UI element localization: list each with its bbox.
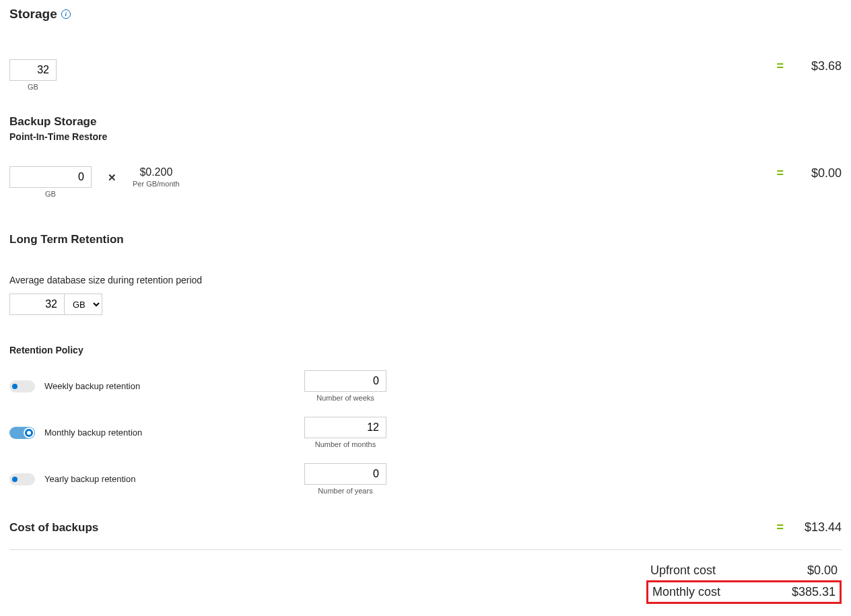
upfront-cost-value: $0.00 [807, 563, 838, 578]
multiply-icon: ✕ [108, 172, 116, 184]
avg-db-size-unit-select[interactable]: GB [65, 294, 102, 315]
weekly-caption: Number of weeks [304, 394, 386, 402]
monthly-cost-row: Monthly cost $385.31 [646, 580, 842, 604]
monthly-cost-label: Monthly cost [652, 585, 720, 599]
cost-of-backups-label: Cost of backups [9, 521, 98, 535]
yearly-input[interactable] [304, 463, 386, 485]
storage-title: Storage [9, 7, 57, 22]
storage-unit: GB [9, 83, 57, 91]
backup-price: $0.00 [801, 166, 842, 180]
upfront-cost-label: Upfront cost [650, 563, 716, 578]
monthly-toggle[interactable] [9, 427, 35, 439]
avg-db-size-label: Average database size during retention p… [9, 275, 842, 285]
backup-rate-sub: Per GB/month [133, 180, 180, 188]
backup-rate: $0.200 [133, 166, 180, 178]
pitr-title: Point-In-Time Restore [9, 131, 842, 142]
info-icon[interactable]: i [61, 9, 71, 19]
yearly-label: Yearly backup retention [44, 474, 135, 484]
ltr-title: Long Term Retention [9, 233, 842, 246]
yearly-caption: Number of years [304, 487, 386, 495]
storage-price: $3.68 [801, 59, 842, 73]
equals-icon: = [776, 520, 782, 535]
upfront-cost-row: Upfront cost $0.00 [646, 561, 842, 580]
monthly-cost-value: $385.31 [792, 585, 836, 599]
equals-icon: = [776, 59, 782, 73]
divider [9, 549, 842, 550]
storage-input[interactable] [9, 59, 57, 81]
backup-unit: GB [9, 190, 92, 198]
cost-of-backups-price: $13.44 [801, 520, 842, 535]
monthly-input[interactable] [304, 417, 386, 438]
weekly-label: Weekly backup retention [44, 381, 140, 391]
backup-storage-title: Backup Storage [9, 115, 842, 129]
monthly-caption: Number of months [304, 440, 386, 448]
backup-gb-input[interactable] [9, 166, 92, 188]
monthly-label: Monthly backup retention [44, 427, 142, 438]
weekly-toggle[interactable] [9, 380, 35, 392]
avg-db-size-input[interactable] [9, 294, 65, 315]
equals-icon: = [776, 166, 782, 180]
retention-policy-label: Retention Policy [9, 345, 842, 355]
yearly-toggle[interactable] [9, 473, 35, 485]
weekly-input[interactable] [304, 370, 386, 392]
